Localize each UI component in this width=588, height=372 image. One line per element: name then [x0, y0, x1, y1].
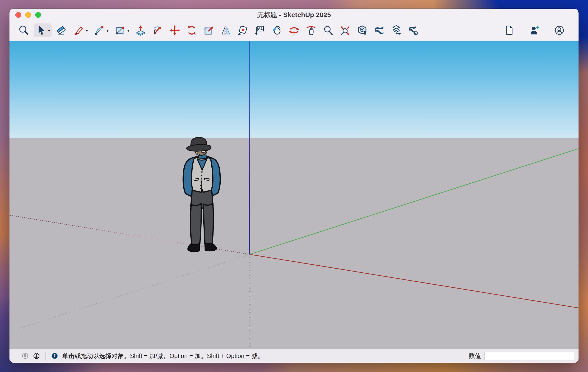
arc-tool-button[interactable]: ▾: [92, 23, 110, 37]
minimize-button[interactable]: [25, 12, 31, 18]
rectangle-flyout-caret[interactable]: ▾: [127, 28, 129, 33]
rotate-icon: [186, 25, 197, 36]
account-tool-button[interactable]: [553, 24, 566, 37]
zoom-button[interactable]: [35, 12, 41, 18]
flip-tool-button[interactable]: [219, 23, 233, 37]
zoom-extents-tool-button[interactable]: [338, 23, 352, 37]
terrain-settings-icon: [408, 25, 419, 36]
scale-tool-button[interactable]: [202, 23, 216, 37]
orbit-tool-button[interactable]: [287, 23, 301, 37]
measurements-input[interactable]: [484, 352, 574, 360]
layers-share-icon: [391, 25, 402, 36]
terrain-tool-button[interactable]: [372, 23, 386, 37]
terrain-icon: [374, 25, 385, 36]
push-pull-icon: [135, 25, 146, 36]
select-flyout-caret[interactable]: ▾: [48, 28, 50, 33]
account-icon: [554, 25, 565, 36]
scale-figure[interactable]: [183, 137, 220, 252]
paint-bucket-tool-button[interactable]: [270, 23, 284, 37]
scale-icon: [203, 25, 214, 36]
arc-icon: [94, 25, 105, 36]
search-icon: [18, 25, 29, 36]
arc-flyout-caret[interactable]: ▾: [106, 28, 109, 33]
search-tool-button[interactable]: [17, 23, 31, 37]
warehouse-icon: [357, 25, 368, 36]
orbit-icon: [288, 25, 300, 36]
pan-icon: [305, 25, 317, 36]
move-icon: [169, 25, 180, 36]
select-tool-button[interactable]: ▾: [34, 23, 52, 37]
measurements-label: 数值: [469, 352, 481, 360]
title-bar[interactable]: 无标题 - SketchUp 2025: [10, 9, 578, 21]
eraser-icon: [56, 25, 67, 36]
zoom-icon: [322, 25, 334, 36]
model-scene: [10, 41, 578, 349]
warehouse-tool-button[interactable]: [355, 23, 369, 37]
rotate-tool-button[interactable]: [185, 23, 199, 37]
zoom-tool-button[interactable]: [321, 23, 335, 37]
tape-measure-icon: [237, 25, 249, 36]
help-icon[interactable]: ?: [51, 352, 58, 360]
status-bar: ? 单击或拖动以选择对象。Shift = 加/减。Option = 加。Shif…: [10, 349, 578, 363]
window-title: 无标题 - SketchUp 2025: [10, 9, 578, 21]
traffic-lights: [15, 12, 41, 18]
line-icon: [73, 25, 84, 36]
geolocation-icon[interactable]: [21, 352, 29, 360]
svg-text:?: ?: [53, 353, 56, 358]
main-toolbar: ▾▾▾▾A1: [10, 21, 578, 41]
follow-me-tool-button[interactable]: [151, 23, 165, 37]
pan-tool-button[interactable]: [304, 23, 318, 37]
eraser-tool-button[interactable]: [54, 23, 69, 37]
sketchup-window: 无标题 - SketchUp 2025 ▾▾▾▾A1: [10, 9, 578, 363]
add-collaborator-tool-button[interactable]: [527, 24, 541, 37]
flip-icon: [220, 25, 231, 36]
close-button[interactable]: [15, 12, 21, 18]
add-collaborator-icon: [529, 25, 540, 36]
instructor-icon[interactable]: [33, 352, 40, 360]
rectangle-tool-button[interactable]: ▾: [113, 23, 131, 37]
push-pull-tool-button[interactable]: [134, 23, 148, 37]
text-icon: A1: [254, 25, 266, 36]
3d-viewport[interactable]: [10, 41, 578, 349]
drawing-axes: [10, 41, 578, 349]
status-message: 单击或拖动以选择对象。Shift = 加/减。Option = 加。Shift …: [62, 352, 264, 360]
text-tool-button[interactable]: A1: [253, 23, 267, 37]
paint-bucket-icon: [271, 25, 283, 36]
tape-measure-tool-button[interactable]: [236, 23, 250, 37]
terrain-settings-tool-button[interactable]: [406, 23, 420, 37]
select-icon: [35, 25, 46, 36]
line-tool-button[interactable]: ▾: [72, 23, 89, 37]
follow-me-icon: [152, 25, 163, 36]
new-document-tool-button[interactable]: [502, 24, 516, 37]
svg-text:A1: A1: [258, 27, 263, 31]
rectangle-icon: [114, 25, 126, 36]
status-divider: [45, 352, 46, 360]
new-document-icon: [504, 25, 514, 36]
zoom-extents-icon: [339, 25, 351, 36]
move-tool-button[interactable]: [168, 23, 182, 37]
line-flyout-caret[interactable]: ▾: [86, 28, 88, 33]
layers-share-tool-button[interactable]: [389, 23, 403, 37]
